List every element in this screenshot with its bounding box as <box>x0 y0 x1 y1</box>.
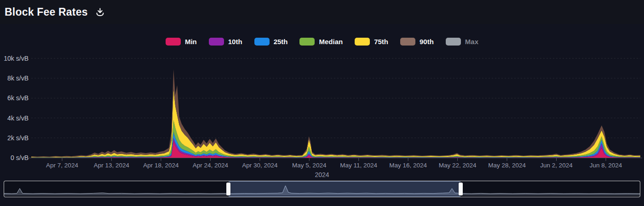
x-axis-tick-label: Apr 7, 2024 <box>37 162 87 169</box>
x-axis-tick-label: May 22, 2024 <box>432 162 483 169</box>
navigator-selected-range[interactable] <box>229 181 460 197</box>
navigator-left-handle[interactable] <box>226 183 230 195</box>
x-axis-tick-label: Apr 24, 2024 <box>185 162 236 169</box>
block-fee-rates-chart[interactable] <box>0 0 644 180</box>
y-axis-tick-label: 4k s/vB <box>0 114 29 122</box>
x-axis-year-label: 2024 <box>297 171 347 178</box>
y-axis-tick-label: 6k s/vB <box>0 94 29 102</box>
navigator-right-handle[interactable] <box>459 183 463 195</box>
x-axis-tick-label: Jun 8, 2024 <box>581 162 631 169</box>
series-band-75th <box>31 89 640 157</box>
x-axis-tick-label: May 16, 2024 <box>383 162 433 169</box>
x-axis-tick-label: May 11, 2024 <box>334 162 384 169</box>
zoom-navigator[interactable] <box>4 181 640 197</box>
x-axis-tick-label: Apr 13, 2024 <box>86 162 137 169</box>
y-axis-tick-label: 8k s/vB <box>0 74 29 82</box>
x-axis-tick-label: May 28, 2024 <box>482 162 532 169</box>
y-axis-tick-label: 0 s/vB <box>0 154 29 162</box>
x-axis-tick-label: May 5, 2024 <box>284 162 334 169</box>
x-axis-tick-label: Apr 30, 2024 <box>235 162 285 169</box>
x-axis-tick-label: Jun 2, 2024 <box>531 162 582 169</box>
y-axis-tick-label: 10k s/vB <box>0 54 29 63</box>
series-band-90th <box>31 69 640 157</box>
y-axis-tick-label: 2k s/vB <box>0 134 29 142</box>
x-axis-tick-label: Apr 18, 2024 <box>136 162 186 169</box>
